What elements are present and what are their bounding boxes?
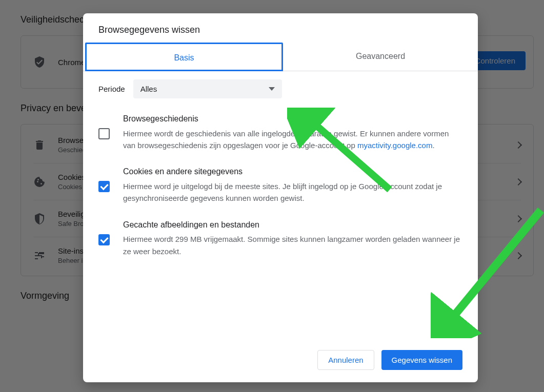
time-range-select[interactable]: Alles	[133, 79, 282, 98]
option-desc-pre: Hiermee wordt 299 MB vrijgemaakt. Sommig…	[123, 235, 460, 255]
time-range-row: Periode Alles	[98, 79, 462, 98]
myactivity-link[interactable]: myactivity.google.com	[357, 141, 432, 150]
dialog-footer: Annuleren Gegevens wissen	[83, 345, 478, 382]
tab-advanced[interactable]: Geavanceerd	[283, 43, 478, 71]
confirm-clear-button[interactable]: Gegevens wissen	[381, 350, 462, 370]
option-row-cookies: Cookies en andere sitegegevens Hiermee w…	[98, 166, 462, 204]
option-row-cache: Gecachte afbeeldingen en bestanden Hierm…	[98, 219, 462, 257]
chevron-down-icon	[269, 87, 275, 91]
option-desc-post: .	[432, 141, 434, 150]
dialog-title: Browsegegevens wissen	[83, 13, 478, 43]
dialog-body: Periode Alles Browsegeschiedenis Hiermee…	[83, 71, 478, 345]
option-row-browsing-history: Browsegeschiedenis Hiermee wordt de gesc…	[98, 113, 462, 151]
checkbox-browsing-history[interactable]	[98, 128, 110, 139]
time-range-label: Periode	[98, 85, 125, 93]
dialog-tabbar: Basis Geavanceerd	[83, 43, 478, 71]
tab-basic[interactable]: Basis	[85, 43, 283, 71]
option-title: Browsegeschiedenis	[123, 113, 462, 126]
option-desc-pre: Hiermee word je uitgelogd bij de meeste …	[123, 182, 442, 202]
clear-browsing-data-dialog: Browsegegevens wissen Basis Geavanceerd …	[83, 13, 478, 382]
option-text: Browsegeschiedenis Hiermee wordt de gesc…	[123, 113, 462, 151]
checkbox-cookies[interactable]	[98, 181, 110, 192]
option-title: Cookies en andere sitegegevens	[123, 166, 462, 178]
option-text: Cookies en andere sitegegevens Hiermee w…	[123, 166, 462, 204]
option-text: Gecachte afbeeldingen en bestanden Hierm…	[123, 219, 462, 257]
time-range-value: Alles	[140, 85, 157, 93]
option-title: Gecachte afbeeldingen en bestanden	[123, 219, 462, 232]
cancel-button[interactable]: Annuleren	[317, 350, 374, 370]
checkbox-cache[interactable]	[98, 234, 110, 245]
